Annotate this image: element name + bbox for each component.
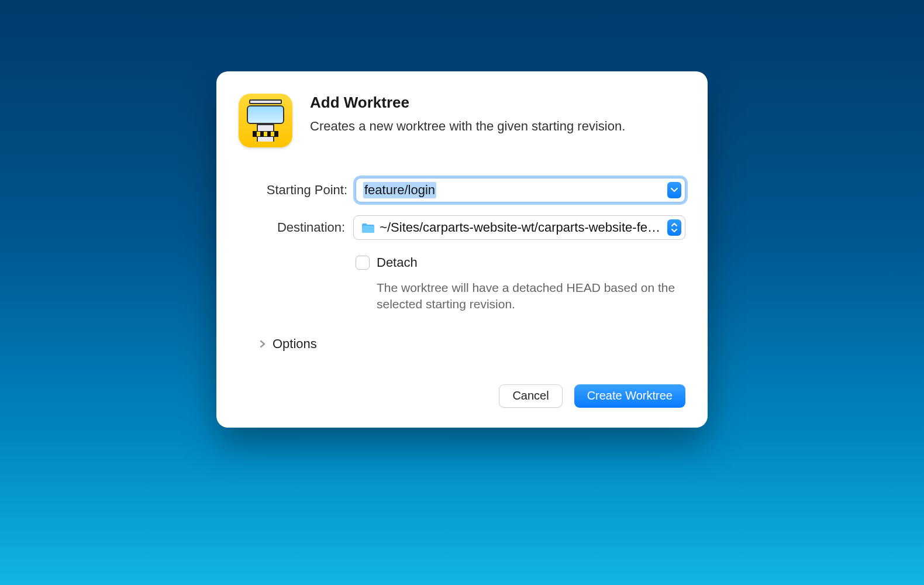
cancel-button[interactable]: Cancel	[499, 384, 562, 408]
folder-icon	[361, 222, 375, 234]
options-disclosure[interactable]: Options	[239, 336, 685, 352]
up-down-icon[interactable]	[667, 219, 681, 236]
destination-row: Destination: ~/Sites/carparts-website-wt…	[239, 215, 685, 240]
starting-point-row: Starting Point: feature/login	[239, 178, 685, 202]
destination-path: ~/Sites/carparts-website-wt/carparts-web…	[380, 220, 660, 235]
starting-point-combo[interactable]: feature/login	[356, 178, 685, 202]
dialog-footer: Cancel Create Worktree	[239, 384, 685, 410]
add-worktree-dialog: Add Worktree Creates a new worktree with…	[216, 71, 708, 428]
detach-row: Detach The worktree will have a detached…	[239, 253, 685, 313]
starting-point-label: Starting Point:	[239, 183, 356, 198]
detach-checkbox[interactable]	[356, 256, 370, 270]
header-text: Add Worktree Creates a new worktree with…	[310, 94, 685, 147]
destination-combo[interactable]: ~/Sites/carparts-website-wt/carparts-web…	[353, 215, 685, 240]
dialog-header: Add Worktree Creates a new worktree with…	[239, 94, 685, 147]
starting-point-value: feature/login	[363, 182, 436, 198]
options-label: Options	[273, 336, 317, 352]
dialog-subtitle: Creates a new worktree with the given st…	[310, 118, 685, 135]
detach-label: Detach	[377, 255, 418, 270]
chevron-down-icon[interactable]	[667, 182, 681, 198]
create-worktree-button[interactable]: Create Worktree	[574, 384, 685, 408]
chevron-right-icon	[258, 340, 267, 348]
dialog-title: Add Worktree	[310, 94, 685, 112]
detach-helper: The worktree will have a detached HEAD b…	[356, 280, 685, 313]
app-icon	[239, 94, 292, 147]
destination-label: Destination:	[239, 220, 353, 235]
